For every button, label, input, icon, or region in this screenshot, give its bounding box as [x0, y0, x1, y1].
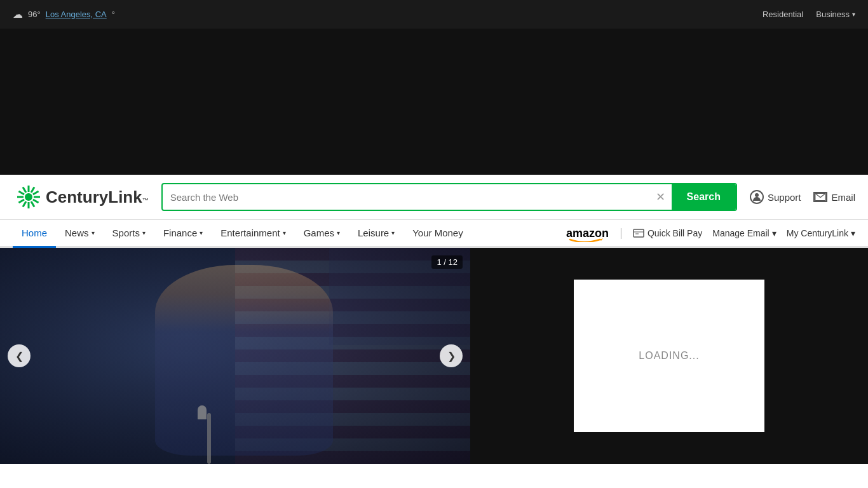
header: CenturyLink™ ✕ Search Support: [0, 175, 868, 220]
games-chevron: ▾: [337, 229, 340, 236]
news-chevron: ▾: [92, 229, 95, 236]
video-loading-container: LOADING...: [574, 280, 764, 432]
weather-icon: ☁: [13, 8, 23, 20]
search-bar: ✕ Search: [161, 183, 737, 211]
logo[interactable]: CenturyLink™: [13, 181, 149, 213]
nav-right: amazon | Quick Bill Pay Manage Email ▾ M…: [565, 220, 855, 246]
svg-line-8: [31, 187, 34, 193]
nav-item-sports[interactable]: Sports ▾: [104, 220, 154, 246]
nav-item-news[interactable]: News ▾: [56, 220, 104, 246]
mic-head: [198, 405, 207, 419]
loading-text: LOADING...: [639, 350, 699, 362]
slide-figure: [0, 248, 470, 464]
nav-item-games[interactable]: Games ▾: [295, 220, 349, 246]
slide-counter: 1 / 12: [431, 255, 463, 269]
svg-line-2: [23, 201, 26, 207]
nav-divider: |: [620, 226, 623, 240]
svg-line-11: [33, 200, 39, 203]
svg-line-6: [23, 187, 26, 193]
svg-line-3: [18, 200, 24, 203]
temperature: 96°: [28, 10, 41, 19]
finance-chevron: ▾: [200, 229, 203, 236]
main-content: 1 / 12 ❮ ❯ LOADING...: [0, 248, 868, 464]
amazon-logo-svg: amazon: [565, 224, 609, 242]
header-actions: Support Email: [750, 190, 855, 204]
nav-item-your-money[interactable]: Your Money: [403, 220, 472, 246]
search-clear-button[interactable]: ✕: [649, 190, 672, 204]
support-button[interactable]: Support: [750, 190, 801, 204]
residential-link[interactable]: Residential: [763, 10, 803, 19]
manage-email-chevron: ▾: [772, 228, 776, 238]
location-link[interactable]: Los Angeles, CA: [46, 10, 107, 19]
slideshow: 1 / 12 ❮ ❯: [0, 248, 470, 464]
top-bar: ☁ 96° Los Angeles, CA ° Residential Busi…: [0, 0, 868, 29]
business-dropdown[interactable]: Business: [816, 10, 855, 19]
manage-email-link[interactable]: Manage Email ▾: [712, 228, 776, 238]
envelope-icon: [813, 192, 827, 202]
amazon-link[interactable]: amazon: [565, 224, 609, 242]
search-button[interactable]: Search: [672, 183, 736, 211]
mic-stand: [207, 413, 211, 464]
nav-item-entertainment[interactable]: Entertainment ▾: [212, 220, 294, 246]
centurylink-logo-symbol: [13, 181, 44, 213]
slide-prev-button[interactable]: ❮: [8, 344, 31, 367]
my-centurylink-link[interactable]: My CenturyLink ▾: [787, 228, 855, 238]
svg-point-13: [755, 193, 759, 197]
quick-bill-pay-link[interactable]: Quick Bill Pay: [633, 228, 702, 238]
svg-point-0: [25, 193, 32, 201]
entertainment-chevron: ▾: [283, 229, 286, 236]
svg-line-12: [31, 201, 34, 207]
svg-text:amazon: amazon: [566, 227, 609, 240]
video-panel: LOADING...: [470, 248, 868, 464]
nav-bar: Home News ▾ Sports ▾ Finance ▾ Entertain…: [0, 220, 868, 248]
nav-item-home[interactable]: Home: [13, 220, 56, 248]
email-button[interactable]: Email: [813, 192, 855, 203]
location-marker: °: [112, 10, 115, 19]
slide-image: [0, 248, 470, 464]
leisure-chevron: ▾: [391, 229, 395, 236]
nav-left: Home News ▾ Sports ▾ Finance ▾ Entertain…: [13, 220, 472, 246]
sports-chevron: ▾: [142, 229, 146, 236]
nav-item-leisure[interactable]: Leisure ▾: [349, 220, 403, 246]
logo-text: CenturyLink™: [46, 187, 149, 207]
ad-banner: [0, 29, 868, 175]
bill-icon: [633, 229, 644, 238]
svg-line-5: [18, 191, 24, 194]
svg-line-9: [33, 191, 39, 194]
svg-rect-17: [634, 229, 644, 237]
slide-next-button[interactable]: ❯: [440, 344, 463, 367]
nav-item-finance[interactable]: Finance ▾: [154, 220, 212, 246]
person-body: [155, 265, 333, 456]
top-bar-right: Residential Business: [763, 10, 855, 19]
search-input[interactable]: [163, 192, 649, 203]
top-bar-left: ☁ 96° Los Angeles, CA °: [13, 8, 115, 20]
my-centurylink-chevron: ▾: [851, 228, 855, 238]
user-icon: [750, 190, 764, 204]
